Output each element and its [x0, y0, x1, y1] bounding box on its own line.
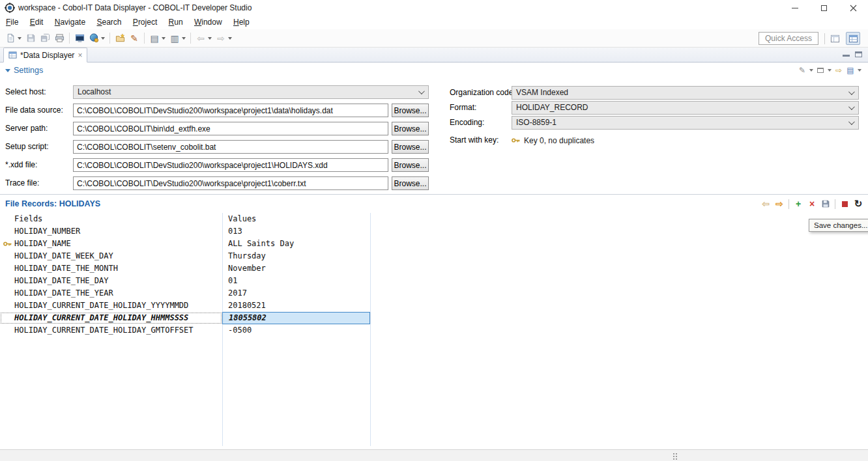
key-icon — [512, 137, 520, 144]
grid-view-button[interactable]: ▤ — [148, 31, 161, 46]
table-row[interactable]: HOLIDAY_DATE_WEEK_DAY Thursday — [0, 250, 868, 262]
table-row[interactable]: HOLIDAY_DATE_THE_YEAR 2017 — [0, 287, 868, 300]
layout-view-button[interactable]: ▥ — [168, 31, 181, 46]
save-all-button[interactable] — [38, 31, 51, 46]
field-value-cell[interactable]: November — [222, 262, 370, 275]
refresh-button[interactable]: ↻ — [854, 199, 863, 209]
save-icon — [26, 33, 36, 43]
delete-record-button[interactable]: × — [807, 199, 817, 209]
menu-project[interactable]: Project — [128, 16, 162, 29]
field-value-cell-editing[interactable]: 18055802 — [222, 312, 370, 324]
maximize-button[interactable] — [809, 0, 839, 16]
records-section-title: File Records: HOLIDAYS — [5, 195, 100, 213]
menu-run[interactable]: Run — [164, 16, 188, 29]
maximize-view-button[interactable] — [853, 51, 863, 59]
save-button[interactable] — [24, 31, 37, 46]
field-value-cell[interactable]: 2017 — [222, 287, 370, 300]
encoding-dropdown[interactable]: ISO-8859-1 — [512, 116, 859, 130]
field-value-cell[interactable]: 20180521 — [222, 300, 370, 312]
menu-window[interactable]: Window — [190, 16, 227, 29]
field-name-cell[interactable]: HOLIDAY_NUMBER — [0, 225, 222, 238]
field-name-cell[interactable]: HOLIDAY_DATE_THE_MONTH — [0, 262, 222, 275]
field-value-cell[interactable]: 013 — [222, 225, 370, 238]
settings-edit-caret-icon[interactable] — [809, 69, 813, 72]
save-changes-button[interactable] — [821, 199, 830, 209]
data-displayer-perspective-button[interactable] — [846, 32, 860, 45]
previous-record-button[interactable]: ⇦ — [761, 199, 770, 209]
tab-data-displayer[interactable]: *Data Displayer × — [3, 48, 87, 63]
settings-view-caret-icon[interactable] — [858, 69, 861, 72]
field-name-cell[interactable]: HOLIDAY_DATE_WEEK_DAY — [0, 250, 222, 262]
next-record-button[interactable]: ⇨ — [775, 199, 784, 209]
menu-navigate[interactable]: Navigate — [50, 16, 90, 29]
table-row[interactable]: HOLIDAY_DATE_THE_MONTH November — [0, 262, 868, 275]
data-connection-button[interactable] — [87, 31, 100, 46]
field-name-cell[interactable]: HOLIDAY_CURRENT_DATE_HOLIDAY_YYYYMMDD — [0, 300, 222, 312]
field-value-cell[interactable]: Thursday — [222, 250, 370, 262]
form-row-format: Format: HOLIDAY_RECORD — [0, 101, 868, 115]
minimize-view-button[interactable] — [841, 51, 851, 59]
browse-xdd-file-button[interactable]: Browse... — [392, 158, 429, 172]
grid-view-caret-icon[interactable] — [162, 37, 166, 40]
settings-key-nav-icon[interactable]: ⇨ — [834, 65, 843, 76]
fields-column-header: Fields — [0, 213, 222, 225]
annotate-button[interactable]: ✎ — [128, 31, 141, 46]
minimize-button[interactable] — [780, 0, 809, 16]
minimize-view-icon — [843, 55, 850, 57]
layout-view-caret-icon[interactable] — [182, 37, 186, 40]
table-row[interactable]: HOLIDAY_CURRENT_DATE_HOLIDAY_YYYYMMDD 20… — [0, 300, 868, 312]
back-button[interactable]: ⇦ — [194, 31, 207, 46]
trace-file-input[interactable] — [73, 176, 388, 190]
table-row[interactable]: HOLIDAY_DATE_THE_DAY 01 — [0, 275, 868, 287]
field-name-cell[interactable]: HOLIDAY_CURRENT_DATE_HOLIDAY_HHMMSSSS — [0, 312, 222, 324]
data-connection-caret-icon[interactable] — [101, 37, 105, 40]
back-caret-icon[interactable] — [208, 37, 212, 40]
table-row[interactable]: HOLIDAY_NAME ALL Saints Day — [0, 238, 868, 250]
new-project-button[interactable] — [113, 31, 126, 46]
table-row-selected[interactable]: HOLIDAY_CURRENT_DATE_HOLIDAY_HHMMSSSS 18… — [0, 312, 868, 324]
menu-edit[interactable]: Edit — [25, 16, 48, 29]
field-name-cell[interactable]: HOLIDAY_DATE_THE_YEAR — [0, 287, 222, 300]
menu-file[interactable]: File — [1, 16, 23, 29]
menu-search[interactable]: Search — [92, 16, 126, 29]
field-value-cell[interactable]: 01 — [222, 275, 370, 287]
field-value-cell[interactable]: -0500 — [222, 324, 370, 337]
settings-table-mode-icon[interactable]: ▤ — [846, 65, 855, 76]
settings-window-icon[interactable] — [816, 65, 825, 76]
app-icon — [5, 3, 15, 13]
statusbar-grip-icon[interactable] — [673, 453, 674, 454]
toolbar-separator — [69, 33, 70, 44]
field-name-cell[interactable]: HOLIDAY_CURRENT_DATE_HOLIDAY_GMTOFFSET — [0, 324, 222, 337]
close-button[interactable] — [839, 0, 868, 16]
start-with-key-label: Start with key: — [450, 133, 511, 147]
print-icon — [55, 33, 65, 43]
browse-trace-file-button[interactable]: Browse... — [392, 176, 429, 190]
stop-button[interactable] — [840, 199, 849, 209]
quick-access-button[interactable]: Quick Access — [759, 32, 818, 45]
form-row-start-with-key: Start with key: Key 0, no duplicates — [0, 133, 868, 147]
menubar: File Edit Navigate Search Project Run Wi… — [1, 16, 868, 29]
table-row[interactable]: HOLIDAY_NUMBER 013 — [0, 225, 868, 238]
field-value-cell[interactable]: ALL Saints Day — [222, 238, 370, 250]
field-name-cell[interactable]: HOLIDAY_DATE_THE_DAY — [0, 275, 222, 287]
open-perspective-button[interactable] — [828, 32, 842, 45]
settings-collapse-toggle-icon[interactable] — [5, 69, 10, 72]
add-record-button[interactable]: + — [794, 199, 803, 209]
new-wizard-button[interactable] — [4, 31, 17, 46]
settings-edit-icon[interactable]: ✎ — [798, 65, 807, 76]
settings-window-caret-icon[interactable] — [828, 69, 832, 72]
console-button[interactable] — [73, 31, 86, 46]
organization-code-dropdown[interactable]: VSAM Indexed — [512, 86, 859, 100]
print-button[interactable] — [53, 31, 66, 46]
tab-close-icon[interactable]: × — [78, 51, 82, 59]
menu-help[interactable]: Help — [229, 16, 254, 29]
new-wizard-caret-icon[interactable] — [18, 37, 22, 40]
forward-caret-icon[interactable] — [228, 37, 232, 40]
field-name-cell[interactable]: HOLIDAY_NAME — [0, 238, 222, 250]
save-changes-tooltip: Save changes... — [809, 219, 868, 232]
forward-button[interactable]: ⇨ — [214, 31, 227, 46]
table-row[interactable]: HOLIDAY_CURRENT_DATE_HOLIDAY_GMTOFFSET -… — [0, 324, 868, 337]
format-dropdown[interactable]: HOLIDAY_RECORD — [512, 101, 859, 115]
xdd-file-input[interactable] — [73, 158, 388, 172]
organization-code-value: VSAM Indexed — [516, 88, 568, 97]
